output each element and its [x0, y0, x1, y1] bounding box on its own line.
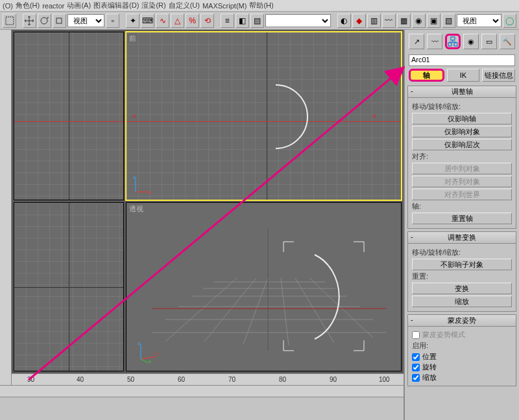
angle-snap-icon[interactable]: △ — [171, 14, 184, 28]
menu-bar: (O) 角色(H) reactor 动画(A) 图表编辑器(D) 渲染(R) 自… — [0, 0, 519, 12]
status-bar — [0, 397, 404, 420]
arc-object — [243, 84, 308, 149]
select-manipulate-icon[interactable]: ✦ — [126, 14, 139, 28]
rotate-icon[interactable] — [38, 14, 51, 28]
rollout-header[interactable]: 调整变换 — [408, 232, 516, 244]
viewport-grid: 前 × × x z 透视 — [12, 30, 404, 373]
render-icon[interactable]: ◯ — [503, 14, 516, 28]
menu-help[interactable]: 帮助(H) — [249, 1, 273, 10]
schematic-icon[interactable]: ▦ — [397, 14, 411, 28]
pivot-subtab[interactable]: 轴 — [409, 69, 444, 82]
viewport-top-left[interactable] — [14, 32, 124, 200]
group-label: 移动/旋转/缩放: — [412, 102, 512, 111]
svg-line-13 — [165, 278, 237, 342]
motion-tab-icon[interactable]: ◉ — [463, 34, 479, 49]
viewport-front[interactable]: 前 × × x z — [126, 32, 402, 200]
enable-position-checkbox[interactable] — [412, 353, 420, 361]
axis-gizmo: x z — [133, 175, 152, 194]
svg-rect-28 — [448, 43, 452, 46]
rollout-header[interactable]: 蒙皮姿势 — [408, 315, 516, 327]
svg-rect-27 — [451, 37, 455, 40]
align-to-world-button[interactable]: 对齐到世界 — [412, 189, 512, 200]
hierarchy-tab-icon[interactable] — [445, 34, 461, 49]
scale-icon[interactable] — [53, 14, 66, 28]
svg-rect-0 — [6, 17, 14, 25]
group-label: 轴: — [412, 202, 512, 211]
link-info-subtab[interactable]: 链接信息 — [482, 69, 515, 82]
keyboard-shortcut-icon[interactable]: ⌨ — [141, 14, 154, 28]
pivot-center-icon[interactable]: ▫ — [106, 14, 119, 28]
mirror-icon[interactable]: ◧ — [235, 14, 249, 28]
svg-line-15 — [243, 278, 268, 344]
percent-snap-icon[interactable]: % — [186, 14, 199, 28]
menu-render[interactable]: 渲染(R) — [141, 1, 165, 10]
render-frame-icon[interactable]: ▧ — [442, 14, 455, 28]
check-label: 位置 — [422, 352, 437, 362]
group-label: 对齐: — [412, 152, 512, 161]
named-sel-icon[interactable]: ≡ — [221, 14, 234, 28]
enable-scale-checkbox[interactable] — [412, 374, 420, 382]
selection-set-dropdown[interactable] — [265, 14, 331, 27]
rollout-adjust-pivot: 调整轴 移动/旋转/缩放: 仅影响轴 仅影响对象 仅影响层次 对齐: 居中到对象… — [407, 86, 516, 229]
viewport-bottom-left[interactable] — [14, 202, 124, 371]
reset-scale-button[interactable]: 缩放 — [412, 296, 512, 307]
svg-text:y: y — [149, 358, 151, 363]
ruler-tick: 50 — [127, 376, 134, 383]
menu-o[interactable]: (O) — [3, 2, 13, 10]
snap-toggle-icon[interactable]: ∿ — [156, 14, 169, 28]
no-affect-children-button[interactable]: 不影响子对象 — [412, 259, 512, 270]
hierarchy-subtabs: 轴 IK 链接信息 — [405, 69, 519, 84]
display-tab-icon[interactable]: ▭ — [481, 34, 497, 49]
svg-line-25 — [141, 359, 149, 363]
menu-custom[interactable]: 自定义(U) — [169, 1, 200, 10]
viewport-region: 前 × × x z 透视 — [0, 30, 404, 385]
utilities-tab-icon[interactable]: 🔨 — [500, 34, 515, 49]
check-label: 蒙皮姿势模式 — [422, 330, 465, 340]
curve-editor-icon[interactable]: 〰 — [382, 14, 396, 28]
svg-rect-29 — [454, 43, 457, 46]
viewport-label: 前 — [129, 34, 136, 43]
material-editor-icon[interactable]: ◉ — [412, 14, 426, 28]
menu-role[interactable]: 角色(H) — [16, 1, 40, 10]
group-label: 重置: — [412, 272, 512, 281]
ruler-tick: 100 — [379, 376, 390, 383]
menu-reactor[interactable]: reactor — [42, 2, 64, 10]
axis-gizmo: x z y — [137, 341, 159, 363]
enable-rotation-checkbox[interactable] — [412, 364, 420, 371]
select-region-icon[interactable] — [3, 14, 16, 28]
timeline[interactable] — [0, 385, 404, 397]
view-dropdown2[interactable]: 视图 — [457, 14, 501, 27]
menu-maxscript[interactable]: MAXScript(M) — [202, 2, 247, 10]
layers-icon[interactable]: ▥ — [367, 14, 381, 28]
align-to-object-button[interactable]: 对齐到对象 — [412, 176, 512, 187]
menu-graph[interactable]: 图表编辑器(D) — [93, 1, 139, 10]
spinner-snap-icon[interactable]: ⟲ — [200, 14, 214, 28]
reset-pivot-button[interactable]: 重置轴 — [412, 213, 512, 224]
mirror2-icon[interactable]: ◐ — [337, 14, 351, 28]
skin-pose-mode-checkbox[interactable] — [412, 331, 420, 339]
vertical-ruler — [0, 30, 12, 385]
group-label: 启用: — [412, 341, 512, 351]
ruler-tick: 60 — [178, 376, 185, 383]
rollout-header[interactable]: 调整轴 — [408, 86, 516, 98]
align-icon[interactable]: ▤ — [250, 14, 264, 28]
affect-pivot-only-button[interactable]: 仅影响轴 — [412, 113, 512, 124]
affect-hierarchy-only-button[interactable]: 仅影响层次 — [412, 139, 512, 150]
check-label: 缩放 — [422, 373, 437, 382]
render-setup-icon[interactable]: ▣ — [427, 14, 441, 28]
menu-anim[interactable]: 动画(A) — [67, 1, 91, 10]
align2-icon[interactable]: ◆ — [352, 14, 366, 28]
create-tab-icon[interactable]: ↗ — [409, 34, 424, 49]
object-name-field[interactable]: Arc01 — [409, 54, 515, 66]
affect-object-only-button[interactable]: 仅影响对象 — [412, 126, 512, 137]
viewport-perspective[interactable]: 透视 — [126, 202, 402, 371]
center-to-object-button[interactable]: 居中到对象 — [412, 163, 512, 174]
move-icon[interactable] — [23, 14, 36, 28]
ik-subtab[interactable]: IK — [447, 69, 480, 82]
svg-text:x: x — [155, 351, 158, 356]
svg-text:z: z — [138, 341, 140, 346]
modify-tab-icon[interactable]: 〰 — [427, 34, 442, 49]
svg-line-18 — [309, 278, 373, 338]
ref-coord-dropdown[interactable]: 视图 — [67, 14, 105, 27]
reset-xform-button[interactable]: 变换 — [412, 283, 512, 294]
